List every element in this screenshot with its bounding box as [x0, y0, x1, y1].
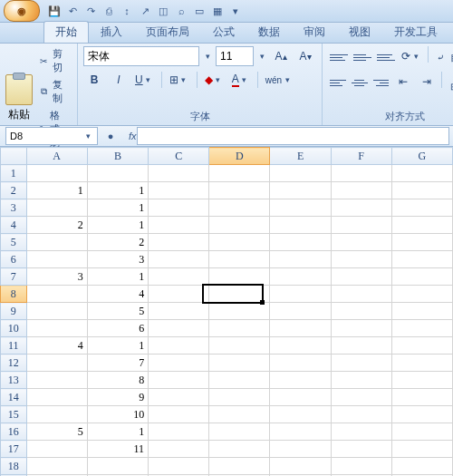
cell-F7[interactable]	[331, 268, 391, 286]
cell-B13[interactable]: 8	[87, 372, 148, 389]
cell-B6[interactable]: 3	[87, 251, 148, 268]
cell-G8[interactable]	[391, 286, 452, 303]
cell-D9[interactable]	[209, 303, 270, 320]
cell-F12[interactable]	[331, 355, 391, 372]
cell-B16[interactable]: 1	[87, 423, 148, 441]
cell-D2[interactable]	[209, 182, 270, 199]
cell-E10[interactable]	[270, 320, 331, 337]
col-header-E[interactable]: E	[270, 148, 331, 165]
cell-E5[interactable]	[270, 234, 331, 251]
shrink-font-button[interactable]: A▾	[294, 46, 316, 66]
cell-G3[interactable]	[391, 199, 452, 217]
cell-A17[interactable]	[26, 441, 87, 458]
col-header-C[interactable]: C	[149, 148, 209, 165]
cell-G5[interactable]	[391, 234, 452, 251]
cell-G14[interactable]	[391, 389, 452, 406]
cell-E9[interactable]	[270, 303, 331, 320]
tab-dev[interactable]: 开发工具	[382, 21, 449, 43]
cell-F17[interactable]	[331, 441, 391, 458]
font-name-combo[interactable]: 宋体	[83, 46, 199, 66]
undo-icon[interactable]: ↶	[65, 4, 80, 18]
cell-D6[interactable]	[209, 251, 270, 268]
row-header-3[interactable]: 3	[1, 199, 27, 217]
cell-G17[interactable]	[391, 441, 452, 458]
save-icon[interactable]: 💾	[47, 4, 62, 18]
cell-B17[interactable]: 11	[87, 441, 148, 458]
cell-B15[interactable]: 10	[87, 406, 148, 423]
cell-E2[interactable]	[270, 182, 331, 199]
cell-G10[interactable]	[391, 320, 452, 337]
cell-F18[interactable]	[331, 458, 391, 475]
wrap-text-button[interactable]: ⤶自动	[432, 46, 453, 68]
row-header-18[interactable]: 18	[1, 458, 27, 475]
cell-A16[interactable]: 5	[26, 423, 87, 441]
cell-A15[interactable]	[26, 406, 87, 423]
cell-G2[interactable]	[391, 182, 452, 199]
cut-button[interactable]: ✂剪切	[36, 46, 72, 75]
chevron-down-icon[interactable]: ▾	[256, 52, 267, 61]
cell-grid[interactable]: ABCDEFG121131421526373184951061141127138…	[0, 147, 453, 476]
more-icon[interactable]: ▾	[228, 4, 243, 18]
row-header-14[interactable]: 14	[1, 389, 27, 406]
cell-E4[interactable]	[270, 217, 331, 234]
merge-button[interactable]: ⊟合并	[446, 72, 453, 101]
tab-home[interactable]: 开始	[43, 21, 89, 43]
zoom-icon[interactable]: ⌕	[174, 4, 188, 18]
cell-C13[interactable]	[149, 372, 209, 389]
underline-button[interactable]: U▾	[132, 70, 157, 90]
cell-G12[interactable]	[391, 355, 452, 372]
col-header-B[interactable]: B	[87, 148, 148, 165]
cell-B7[interactable]: 1	[87, 268, 148, 286]
copy-button[interactable]: ⧉复制	[36, 77, 72, 106]
cell-A6[interactable]	[26, 251, 87, 268]
cell-A13[interactable]	[26, 372, 87, 389]
italic-button[interactable]: I	[108, 70, 130, 90]
row-header-10[interactable]: 10	[1, 320, 27, 337]
cell-G18[interactable]	[391, 458, 452, 475]
phonetic-button[interactable]: wén▾	[263, 70, 295, 90]
cell-C4[interactable]	[149, 217, 209, 234]
cell-C11[interactable]	[149, 337, 209, 355]
cell-A5[interactable]	[26, 234, 87, 251]
cell-E7[interactable]	[270, 268, 331, 286]
cell-E14[interactable]	[270, 389, 331, 406]
align-bottom-button[interactable]	[375, 46, 397, 68]
cell-D5[interactable]	[209, 234, 270, 251]
cell-G13[interactable]	[391, 372, 452, 389]
grid-icon[interactable]: ▦	[210, 4, 225, 18]
cell-B10[interactable]: 6	[87, 320, 148, 337]
col-header-F[interactable]: F	[331, 148, 391, 165]
border-button[interactable]: ⊞▾	[167, 70, 192, 90]
cell-E18[interactable]	[270, 458, 331, 475]
print-icon[interactable]: ⎙	[101, 4, 116, 18]
cell-E8[interactable]	[270, 286, 331, 303]
cell-F11[interactable]	[331, 337, 391, 355]
align-center-button[interactable]	[350, 72, 370, 93]
cell-D10[interactable]	[209, 320, 270, 337]
arrow-icon[interactable]: ↗	[138, 4, 152, 18]
cell-B18[interactable]	[87, 458, 148, 475]
cell-B3[interactable]: 1	[87, 199, 148, 217]
sort-icon[interactable]: ↕	[120, 4, 134, 18]
cell-G15[interactable]	[391, 406, 452, 423]
row-header-8[interactable]: 8	[1, 286, 27, 303]
cell-C1[interactable]	[149, 165, 209, 182]
tab-data[interactable]: 数据	[246, 21, 292, 43]
align-left-button[interactable]	[328, 72, 348, 93]
cell-C18[interactable]	[149, 458, 209, 475]
cell-F9[interactable]	[331, 303, 391, 320]
cell-A8[interactable]	[26, 286, 87, 303]
tab-layout[interactable]: 页面布局	[134, 21, 201, 43]
cell-C10[interactable]	[149, 320, 209, 337]
cell-F1[interactable]	[331, 165, 391, 182]
cell-G9[interactable]	[391, 303, 452, 320]
cell-D4[interactable]	[209, 217, 270, 234]
cell-C2[interactable]	[149, 182, 209, 199]
cell-F3[interactable]	[331, 199, 391, 217]
cell-A10[interactable]	[26, 320, 87, 337]
cell-B14[interactable]: 9	[87, 389, 148, 406]
tab-insert[interactable]: 插入	[89, 21, 134, 43]
office-button[interactable]: ◉	[4, 0, 40, 22]
indent-right-button[interactable]: ⇥	[416, 72, 438, 92]
col-header-A[interactable]: A	[26, 148, 87, 165]
